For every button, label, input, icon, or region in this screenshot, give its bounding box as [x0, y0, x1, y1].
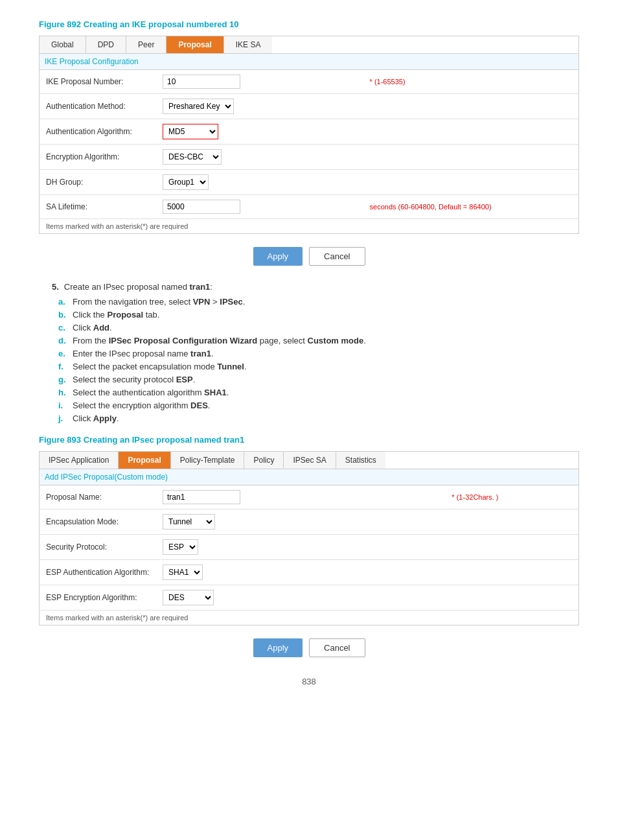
- security-proto-select[interactable]: ESP AH: [163, 539, 198, 555]
- ike-section-header: IKE Proposal Configuration: [40, 54, 578, 70]
- ipsec-cancel-button[interactable]: Cancel: [309, 638, 365, 657]
- field-value-proposal-number: [156, 70, 363, 94]
- field-value-security-proto: ESP AH: [156, 535, 445, 560]
- list-item: i. Select the encryption algorithm DES.: [58, 401, 579, 410]
- table-row: ESP Encryption Algorithm: DES 3DES AES-1…: [40, 585, 578, 611]
- list-item: j. Click Apply.: [58, 414, 579, 423]
- esp-enc-algo-select[interactable]: DES 3DES AES-128 None: [163, 590, 214, 605]
- list-item: g. Select the security protocol ESP.: [58, 375, 579, 384]
- table-row: Authentication Algorithm: MD5 SHA1 SHA2-…: [40, 119, 578, 145]
- tab-ipsec-app[interactable]: IPSec Application: [40, 452, 119, 469]
- ike-cancel-button[interactable]: Cancel: [309, 247, 365, 266]
- table-row: Encapsulation Mode: Tunnel Transport: [40, 509, 578, 535]
- table-row: SA Lifetime: seconds (60-604800, Default…: [40, 195, 578, 219]
- field-label-sa-lifetime: SA Lifetime:: [40, 195, 156, 219]
- step-5-number: 5.: [52, 282, 59, 292]
- field-label-esp-enc-algo: ESP Encryption Algorithm:: [40, 585, 156, 611]
- tab-ipsec-sa[interactable]: IPSec SA: [284, 452, 336, 469]
- field-hint-sa-lifetime: seconds (60-604800, Default = 86400): [363, 195, 578, 219]
- ipsec-tab-bar: IPSec Application Proposal Policy-Templa…: [39, 451, 579, 469]
- enc-algo-select[interactable]: DES-CBC 3DES-CBC AES-CBC: [163, 149, 222, 165]
- figure-892-section: Figure 892 Creating an IKE proposal numb…: [39, 19, 579, 266]
- dh-group-select[interactable]: Group1 Group2 Group5: [163, 174, 209, 190]
- auth-algo-select[interactable]: MD5 SHA1 SHA2-256: [163, 124, 218, 139]
- ike-footnote: Items marked with an asterisk(*) are req…: [40, 218, 578, 233]
- list-item: c. Click Add.: [58, 323, 579, 332]
- figure-893-title: Figure 893 Creating an IPsec proposal na…: [39, 435, 579, 445]
- tab-ipsec-proposal[interactable]: Proposal: [119, 452, 170, 469]
- sa-lifetime-input[interactable]: [163, 200, 240, 214]
- field-value-esp-auth-algo: SHA1 MD5 None: [156, 560, 445, 585]
- ike-button-row: Apply Cancel: [39, 247, 579, 266]
- field-label-proposal-name: Proposal Name:: [40, 485, 156, 509]
- tab-ike-sa[interactable]: IKE SA: [224, 36, 273, 53]
- field-label-auth-algo: Authentication Algorithm:: [40, 119, 156, 145]
- step-5-section: 5. Create an IPsec proposal named tran1:…: [52, 282, 579, 423]
- field-label-dh-group: DH Group:: [40, 170, 156, 195]
- table-row: DH Group: Group1 Group2 Group5: [40, 170, 578, 195]
- list-item: d. From the IPSec Proposal Configuration…: [58, 336, 579, 345]
- tab-proposal[interactable]: Proposal: [166, 36, 223, 53]
- field-hint-proposal-number: * (1-65535): [363, 70, 578, 94]
- tab-peer[interactable]: Peer: [126, 36, 166, 53]
- esp-auth-algo-select[interactable]: SHA1 MD5 None: [163, 565, 203, 580]
- field-value-enc-algo: DES-CBC 3DES-CBC AES-CBC: [156, 145, 363, 170]
- step-5-substeps: a. From the navigation tree, select VPN …: [58, 297, 579, 423]
- ipsec-footnote: Items marked with an asterisk(*) are req…: [40, 610, 578, 625]
- table-row: IKE Proposal Number: * (1-65535): [40, 70, 578, 94]
- field-label-proposal-number: IKE Proposal Number:: [40, 70, 156, 94]
- auth-method-select[interactable]: Preshared Key Certificate: [163, 99, 234, 114]
- ipsec-config-table: Proposal Name: * (1-32Chars. ) Encapsula…: [40, 485, 578, 610]
- proposal-number-input[interactable]: [163, 75, 240, 89]
- figure-892-title: Figure 892 Creating an IKE proposal numb…: [39, 19, 579, 29]
- field-value-encap-mode: Tunnel Transport: [156, 509, 445, 535]
- list-item: b. Click the Proposal tab.: [58, 310, 579, 320]
- ike-tab-bar: Global DPD Peer Proposal IKE SA: [39, 36, 579, 53]
- table-row: Proposal Name: * (1-32Chars. ): [40, 485, 578, 509]
- list-item: h. Select the authentication algorithm S…: [58, 388, 579, 397]
- figure-893-section: Figure 893 Creating an IPsec proposal na…: [39, 435, 579, 657]
- list-item: a. From the navigation tree, select VPN …: [58, 297, 579, 307]
- encap-mode-select[interactable]: Tunnel Transport: [163, 514, 215, 530]
- ipsec-config-section: Add IPSec Proposal(Custom mode) Proposal…: [39, 469, 579, 625]
- ike-tabs: Global DPD Peer Proposal IKE SA: [39, 36, 579, 53]
- ike-config-section: IKE Proposal Configuration IKE Proposal …: [39, 53, 579, 234]
- ipsec-apply-button[interactable]: Apply: [253, 638, 303, 657]
- tab-dpd[interactable]: DPD: [86, 36, 126, 53]
- ike-config-table: IKE Proposal Number: * (1-65535) Authent…: [40, 70, 578, 218]
- tab-global[interactable]: Global: [40, 36, 86, 53]
- field-value-proposal-name: [156, 485, 445, 509]
- table-row: ESP Authentication Algorithm: SHA1 MD5 N…: [40, 560, 578, 585]
- table-row: Security Protocol: ESP AH: [40, 535, 578, 560]
- proposal-name-input[interactable]: [163, 490, 240, 504]
- ipsec-button-row: Apply Cancel: [39, 638, 579, 657]
- field-label-encap-mode: Encapsulation Mode:: [40, 509, 156, 535]
- ipsec-section-header: Add IPSec Proposal(Custom mode): [40, 469, 578, 485]
- field-value-esp-enc-algo: DES 3DES AES-128 None: [156, 585, 445, 611]
- field-hint-proposal-name: * (1-32Chars. ): [445, 485, 578, 509]
- field-value-sa-lifetime: [156, 195, 363, 219]
- page-number: 838: [39, 677, 579, 686]
- field-label-security-proto: Security Protocol:: [40, 535, 156, 560]
- step-5-bold: tran1: [190, 282, 211, 292]
- table-row: Encryption Algorithm: DES-CBC 3DES-CBC A…: [40, 145, 578, 170]
- tab-policy-template[interactable]: Policy-Template: [171, 452, 245, 469]
- tab-statistics[interactable]: Statistics: [336, 452, 385, 469]
- field-label-enc-algo: Encryption Algorithm:: [40, 145, 156, 170]
- field-value-auth-algo: MD5 SHA1 SHA2-256: [156, 119, 363, 145]
- tab-policy[interactable]: Policy: [244, 452, 284, 469]
- step-5-intro: Create an IPsec proposal named tran1:: [64, 282, 212, 292]
- list-item: f. Select the packet encapsulation mode …: [58, 362, 579, 371]
- table-row: Authentication Method: Preshared Key Cer…: [40, 94, 578, 119]
- field-value-dh-group: Group1 Group2 Group5: [156, 170, 363, 195]
- field-label-auth-method: Authentication Method:: [40, 94, 156, 119]
- list-item: e. Enter the IPsec proposal name tran1.: [58, 349, 579, 358]
- ipsec-tabs: IPSec Application Proposal Policy-Templa…: [39, 451, 579, 469]
- field-value-auth-method: Preshared Key Certificate: [156, 94, 363, 119]
- ike-apply-button[interactable]: Apply: [253, 247, 303, 266]
- field-label-esp-auth-algo: ESP Authentication Algorithm:: [40, 560, 156, 585]
